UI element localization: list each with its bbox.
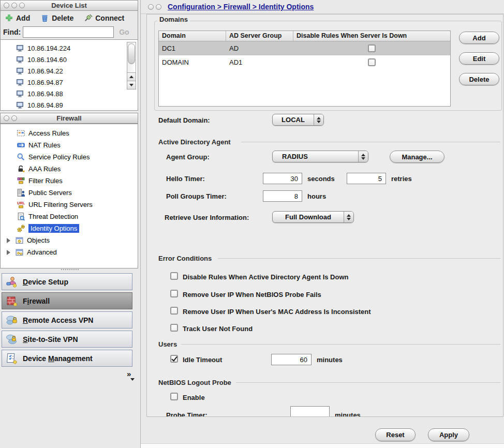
- add-domain-button[interactable]: Add: [459, 32, 499, 44]
- agent-group-select[interactable]: RADIUS: [272, 151, 368, 162]
- device-list-item[interactable]: 10.86.94.89: [1, 99, 138, 111]
- objects-icon: [15, 236, 24, 245]
- poll-groups-field[interactable]: [263, 190, 302, 202]
- scroll-up-button[interactable]: [127, 72, 136, 81]
- section-divider: [181, 344, 500, 345]
- popup-arrows-icon: [358, 151, 368, 162]
- col-ad-server-group[interactable]: AD Server Group: [226, 31, 293, 41]
- tree-item-access-rules[interactable]: Access Rules: [1, 127, 138, 139]
- add-device-label: Add: [16, 14, 30, 22]
- edit-domain-button[interactable]: Edit: [459, 52, 499, 65]
- plus-icon: [5, 13, 13, 22]
- remove-ip-netbios-checkbox[interactable]: [170, 290, 178, 297]
- cell-ad-server-group: AD: [226, 44, 293, 52]
- window-control-icon[interactable]: [148, 4, 154, 10]
- apply-button[interactable]: Apply: [428, 428, 469, 441]
- hello-timer-field[interactable]: [263, 173, 302, 184]
- idle-timeout-field[interactable]: [271, 354, 312, 365]
- tree-item-objects[interactable]: Objects: [1, 234, 138, 246]
- table-row[interactable]: DOMAIN AD1: [159, 55, 450, 69]
- connect-device-button[interactable]: Connect: [84, 13, 124, 22]
- nav-firewall[interactable]: Firewall: [2, 292, 132, 309]
- identity-options-pane: Domains Domain AD Server Group Disable R…: [146, 14, 503, 417]
- remove-ip-mac-checkbox[interactable]: [170, 307, 178, 315]
- workstation-icon: [16, 44, 25, 53]
- nav-label: Site-to-Site VPN: [23, 335, 78, 344]
- hello-timer-unit: seconds: [307, 175, 335, 183]
- firewall-panel-title: Firewall: [1, 114, 138, 122]
- netbios-enable-checkbox[interactable]: [170, 393, 178, 400]
- tree-item-identity-options[interactable]: Identity Options: [1, 222, 138, 234]
- idle-timeout-checkbox[interactable]: [170, 355, 178, 363]
- find-input[interactable]: [23, 26, 114, 38]
- tree-item-advanced[interactable]: Advanced: [1, 246, 138, 258]
- delete-device-button[interactable]: Delete: [40, 13, 73, 22]
- netbios-section-title: NetBIOS Logout Probe: [158, 379, 231, 386]
- cell-disable-rules: [293, 44, 450, 52]
- connect-device-label: Connect: [95, 14, 124, 22]
- tree-item-public-servers[interactable]: Public Servers: [1, 187, 138, 199]
- delete-domain-button[interactable]: Delete: [459, 73, 499, 85]
- scroll-down-button[interactable]: [127, 81, 136, 89]
- device-list-item[interactable]: 10.86.94.87: [1, 77, 138, 88]
- nav-remote-access-vpn[interactable]: Remote Access VPN: [2, 311, 132, 328]
- add-device-button[interactable]: Add: [5, 13, 30, 22]
- firewall-tree: Access Rules NAT Rules Service Policy Ru…: [0, 124, 138, 268]
- go-button[interactable]: Go: [119, 28, 129, 36]
- nav-label: Device Setup: [23, 278, 68, 286]
- probe-timer-field[interactable]: [290, 406, 330, 417]
- workstation-icon: [16, 89, 25, 98]
- firewall-icon: [6, 295, 18, 307]
- disable-rules-checkbox[interactable]: [368, 44, 376, 52]
- window-control-icon[interactable]: [156, 4, 161, 10]
- device-list-item[interactable]: 10.86.94.88: [1, 88, 138, 99]
- tree-item-service-policy-rules[interactable]: Service Policy Rules: [1, 151, 138, 163]
- retrieve-label: Retrieve User Information:: [165, 214, 249, 221]
- device-ip: 10.86.94.87: [27, 79, 63, 86]
- device-list-title: Device List: [1, 2, 138, 9]
- col-disable-rules[interactable]: Disable Rules When Server Is Down: [293, 31, 450, 41]
- device-list-scrollbar[interactable]: [127, 42, 136, 89]
- scrollbar-thumb[interactable]: [128, 43, 135, 64]
- tree-item-aaa-rules[interactable]: AAA Rules: [1, 163, 138, 175]
- tree-item-threat-detection[interactable]: Threat Detection: [1, 211, 138, 222]
- disable-rules-checkbox[interactable]: [368, 58, 376, 66]
- lock-icon: [17, 165, 25, 173]
- device-ip: 10.86.94.88: [27, 90, 63, 98]
- retrieve-select[interactable]: Full Download: [272, 211, 354, 223]
- manage-button[interactable]: Manage...: [390, 151, 444, 163]
- splitter-handle[interactable]: [61, 269, 79, 271]
- find-label: Find:: [3, 28, 21, 36]
- breadcrumb-bar: Configuration > Firewall > Identity Opti…: [141, 0, 504, 14]
- tree-item-nat-rules[interactable]: NAT Rules: [1, 139, 138, 151]
- disable-rules-agent-down-checkbox[interactable]: [170, 272, 178, 280]
- nav-site-to-site-vpn[interactable]: Site-to-Site VPN: [2, 331, 132, 348]
- col-domain[interactable]: Domain: [159, 31, 226, 41]
- device-list-item[interactable]: 10.86.194.60: [1, 54, 138, 65]
- default-domain-select[interactable]: LOCAL: [272, 114, 324, 126]
- device-list-toolbar: Add Delete Connect: [0, 11, 138, 25]
- tree-item-url-filtering-servers[interactable]: URL URL Filtering Servers: [1, 199, 138, 211]
- pane-divider[interactable]: [140, 0, 141, 448]
- poll-groups-unit: hours: [307, 192, 326, 200]
- workstation-icon: [16, 67, 25, 76]
- expand-arrow-icon[interactable]: [7, 238, 10, 243]
- tree-item-filter-rules[interactable]: Filter Rules: [1, 175, 138, 187]
- agent-group-label: Agent Group:: [166, 153, 210, 161]
- status-strip: [141, 443, 504, 448]
- nav-overflow-chevron[interactable]: »: [127, 369, 131, 378]
- track-user-not-found-checkbox[interactable]: [170, 324, 178, 332]
- nav-overflow-down-icon[interactable]: [130, 378, 135, 381]
- device-list-item[interactable]: 10.86.194.224: [1, 42, 138, 54]
- nav-device-setup[interactable]: Device Setup: [2, 273, 132, 290]
- domains-table[interactable]: Domain AD Server Group Disable Rules Whe…: [158, 31, 451, 107]
- hello-retries-field[interactable]: [347, 173, 386, 184]
- nav-device-management[interactable]: Device Management: [2, 350, 132, 367]
- device-management-icon: [6, 352, 18, 365]
- reset-button[interactable]: Reset: [375, 428, 416, 441]
- table-row[interactable]: DC1 AD: [159, 41, 450, 55]
- device-list-item[interactable]: 10.86.94.22: [1, 65, 138, 77]
- expand-arrow-icon[interactable]: [7, 250, 10, 255]
- domains-table-header: Domain AD Server Group Disable Rules Whe…: [159, 31, 450, 41]
- breadcrumb[interactable]: Configuration > Firewall > Identity Opti…: [168, 3, 314, 11]
